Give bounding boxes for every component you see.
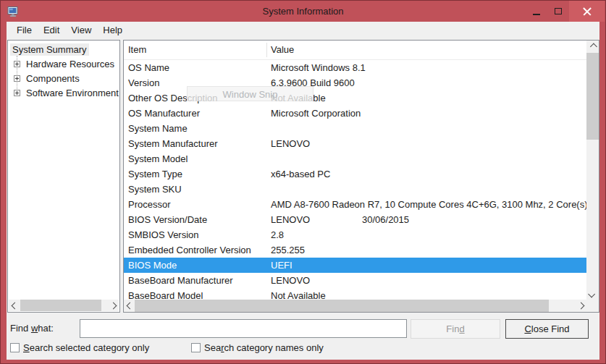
checkbox[interactable] (10, 343, 20, 352)
close-icon (583, 7, 592, 16)
row-item-cell: BIOS Mode (128, 258, 177, 273)
table-row[interactable]: OS Name Microsoft Windows 8.1 (124, 60, 586, 75)
detail-horizontal-scrollbar[interactable] (124, 300, 586, 312)
row-item-cell: BaseBoard Manufacturer (128, 273, 233, 288)
table-row[interactable]: BaseBoard Manufacturer LENOVO (124, 273, 586, 288)
tree-item-label: Software Environment (24, 87, 120, 99)
tree-items: System Summary Hardware Resources Compon… (8, 42, 119, 100)
table-row[interactable]: BIOS Version/Date LENOVO 30/06/2015 (124, 212, 586, 227)
detail-hscroll-thumb[interactable] (135, 300, 549, 312)
row-item-cell: System Manufacturer (128, 136, 218, 151)
table-row[interactable]: System Name (124, 121, 586, 136)
minimize-button[interactable] (525, 1, 548, 22)
menu-item[interactable]: Help (97, 22, 128, 38)
scrollbar-corner (586, 300, 599, 312)
menu-item[interactable]: View (65, 22, 97, 38)
menu-item-label: Help (103, 25, 122, 35)
window-frame: System Information File Edit View (0, 0, 606, 364)
expand-plus-icon[interactable] (14, 75, 20, 82)
tree-item[interactable]: Components (14, 71, 119, 85)
scroll-right-arrow[interactable] (107, 300, 119, 311)
close-find-button-label: Close Find (524, 323, 569, 334)
table-row[interactable]: OS Manufacturer Microsoft Corporation (124, 106, 586, 121)
title-bar[interactable]: System Information (1, 1, 605, 22)
menu-item[interactable]: Edit (38, 22, 65, 38)
table-row[interactable]: SMBIOS Version 2.8 (124, 227, 586, 242)
row-value-cell: x64-based PC (271, 166, 330, 182)
find-button-label: Find (446, 323, 464, 334)
window-title: System Information (1, 1, 605, 22)
tree-item-label: System Summary (10, 43, 89, 56)
detail-vscroll-thumb[interactable] (586, 53, 599, 140)
tree-item[interactable]: System Summary (10, 42, 119, 56)
client-area: File Edit View Help (7, 22, 599, 360)
column-header-item[interactable]: Item (128, 41, 146, 59)
row-item-cell: BIOS Version/Date (128, 212, 207, 227)
scroll-up-arrow[interactable] (586, 41, 598, 52)
table-row[interactable]: System Type x64-based PC (124, 166, 586, 182)
row-value-cell: 2.8 (271, 227, 284, 242)
row-item-cell: OS Name (128, 60, 169, 75)
tree-horizontal-scrollbar[interactable] (9, 300, 119, 311)
table-row[interactable]: System Manufacturer LENOVO (124, 136, 586, 151)
expand-plus-icon[interactable] (14, 90, 20, 96)
maximize-button[interactable] (548, 1, 568, 22)
table-header: Item Value (124, 41, 586, 60)
row-value-cell: Microsoft Windows 8.1 (271, 60, 366, 75)
detail-panel: Item Value OS Name Microsoft Windows 8.1… (123, 40, 599, 313)
table-row[interactable]: BIOS Mode UEFI (124, 258, 586, 273)
row-item-cell: Processor (128, 197, 171, 212)
search-option[interactable]: Search selected category only (10, 341, 149, 354)
menu-bar: File Edit View Help (7, 22, 599, 39)
scroll-left-arrow[interactable] (9, 300, 20, 311)
close-find-button[interactable]: Close Find (505, 319, 589, 339)
menu-item-label: View (71, 25, 91, 35)
row-value2-cell: 30/06/2015 (362, 212, 409, 227)
column-header-value[interactable]: Value (271, 41, 294, 59)
row-value-cell: UEFI (271, 258, 293, 273)
search-option[interactable]: Search category names only (191, 341, 324, 354)
table-row[interactable]: System SKU (124, 182, 586, 197)
table-row[interactable]: Processor AMD A8-7600 Radeon R7, 10 Comp… (124, 197, 586, 212)
row-value-cell: LENOVO (271, 136, 310, 151)
row-item-cell: Embedded Controller Version (128, 242, 251, 258)
scroll-down-arrow[interactable] (586, 288, 598, 300)
menu-item-label: File (17, 25, 32, 35)
row-item-cell: System Type (128, 166, 182, 182)
checkbox[interactable] (191, 343, 201, 352)
checkbox-label: Search selected category only (23, 342, 149, 353)
window-snip-tooltip-ghost: Window Snip (187, 86, 313, 101)
scroll-right-arrow[interactable] (575, 300, 586, 311)
tree-hscroll-thumb[interactable] (20, 300, 101, 311)
menu-item[interactable]: File (11, 22, 38, 38)
find-button[interactable]: Find (411, 319, 500, 339)
tree-item[interactable]: Software Environment (14, 85, 119, 100)
tree-item[interactable]: Hardware Resources (14, 56, 119, 71)
table-row[interactable]: System Model (124, 151, 586, 166)
find-what-label: Find what: (10, 319, 54, 338)
row-item-cell: OS Manufacturer (128, 106, 200, 121)
row-value-cell: 255.255 (271, 242, 305, 258)
detail-vertical-scrollbar[interactable] (586, 41, 599, 300)
expand-plus-icon[interactable] (14, 61, 20, 67)
table-row[interactable]: Embedded Controller Version 255.255 (124, 242, 586, 258)
row-value-cell: AMD A8-7600 Radeon R7, 10 Compute Cores … (271, 197, 586, 212)
category-tree-panel: System Summary Hardware Resources Compon… (7, 40, 120, 313)
row-item-cell: Version (128, 75, 159, 90)
tree-item-label: Hardware Resources (24, 58, 117, 70)
tree-item-label: Components (24, 72, 82, 85)
row-value-cell: LENOVO (271, 273, 310, 288)
minimize-icon (533, 14, 540, 15)
row-item-cell: System Model (128, 151, 188, 166)
row-item-cell: SMBIOS Version (128, 227, 199, 242)
menu-item-label: Edit (43, 25, 59, 35)
checkbox-label: Search category names only (204, 342, 324, 353)
row-value-cell: LENOVO (271, 212, 310, 227)
column-divider[interactable] (266, 43, 267, 57)
close-button[interactable] (569, 1, 605, 22)
find-input[interactable] (80, 319, 407, 338)
scroll-left-arrow[interactable] (124, 300, 135, 311)
row-item-cell: System Name (128, 121, 188, 136)
maximize-icon (555, 8, 562, 14)
row-value-cell: Microsoft Corporation (271, 106, 361, 121)
